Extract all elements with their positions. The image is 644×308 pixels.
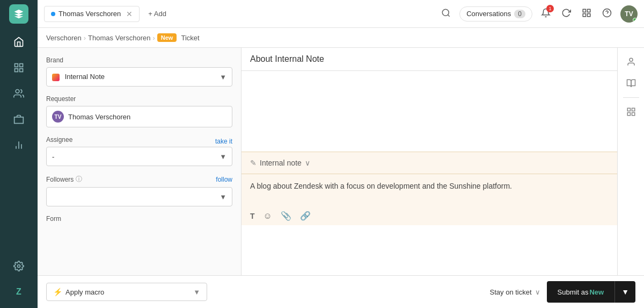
internal-note-area: ✎ Internal note ∨ A blog about Zendesk w… bbox=[241, 152, 617, 225]
form-field-group: Form bbox=[46, 215, 232, 223]
note-chevron-icon: ∨ bbox=[305, 159, 310, 167]
svg-rect-15 bbox=[588, 14, 590, 17]
notifications-button[interactable]: 1 bbox=[539, 6, 553, 22]
followers-chevron-icon: ▼ bbox=[219, 193, 226, 201]
svg-rect-13 bbox=[588, 9, 590, 12]
sidebar-item-reports[interactable] bbox=[7, 133, 31, 157]
assignee-select-value: - bbox=[52, 153, 54, 161]
breadcrumb-sep-1: › bbox=[84, 34, 86, 42]
submit-label: Submit as bbox=[558, 288, 589, 296]
bottom-bar: ⚡ Apply macro ▼ Stay on ticket ∨ Submit … bbox=[38, 275, 644, 308]
ticket-subject-input[interactable] bbox=[250, 54, 609, 64]
assignee-field-row: Assignee take it bbox=[46, 136, 232, 147]
far-right-divider bbox=[623, 97, 639, 98]
macro-left: ⚡ Apply macro bbox=[53, 288, 104, 296]
macro-label: Apply macro bbox=[65, 288, 104, 296]
breadcrumb-sep-2: › bbox=[152, 34, 155, 42]
brand-field-group: Brand Internal Note ▼ bbox=[46, 56, 232, 87]
sidebar-item-organizations[interactable] bbox=[7, 108, 31, 131]
followers-select[interactable]: ▼ bbox=[46, 187, 232, 206]
submit-button[interactable]: Submit as New bbox=[547, 281, 615, 303]
brand-select[interactable]: Internal Note ▼ bbox=[46, 67, 232, 87]
breadcrumb-item-2[interactable]: Thomas Verschoren bbox=[88, 34, 150, 42]
main-content: Thomas Verschoren ✕ + Add Conversations … bbox=[38, 0, 644, 308]
user-avatar[interactable]: TV bbox=[620, 5, 638, 23]
conversations-button[interactable]: Conversations 0 bbox=[459, 6, 532, 22]
brand-chevron-icon: ▼ bbox=[219, 73, 226, 81]
internal-note-label: Internal note bbox=[260, 159, 302, 167]
svg-rect-3 bbox=[20, 69, 23, 72]
sidebar-item-contacts[interactable] bbox=[7, 82, 31, 105]
svg-rect-19 bbox=[627, 108, 630, 111]
brand-flame-icon bbox=[52, 74, 60, 81]
emoji-button[interactable]: ☺ bbox=[264, 211, 272, 221]
ticket-subject-area bbox=[241, 48, 617, 71]
user-profile-button[interactable] bbox=[621, 52, 641, 71]
sidebar-item-settings[interactable] bbox=[7, 254, 31, 278]
help-button[interactable] bbox=[600, 6, 614, 22]
internal-note-content[interactable]: A blog about Zendesk with a focus on dev… bbox=[241, 174, 617, 206]
sidebar-item-home[interactable] bbox=[7, 30, 31, 54]
assignee-field-group: Assignee take it - ▼ bbox=[46, 136, 232, 166]
macro-lightning-icon: ⚡ bbox=[53, 288, 62, 296]
requester-field[interactable]: TV Thomas Verschoren bbox=[46, 106, 232, 127]
sidebar-item-zendesk[interactable]: Z bbox=[7, 280, 31, 304]
search-button[interactable] bbox=[439, 6, 453, 22]
breadcrumb-item-1[interactable]: Verschoren bbox=[46, 34, 82, 42]
refresh-button[interactable] bbox=[559, 6, 573, 22]
svg-point-18 bbox=[630, 58, 633, 61]
breadcrumb-badge: New bbox=[157, 33, 177, 42]
svg-point-10 bbox=[442, 9, 449, 16]
link-button[interactable]: 🔗 bbox=[300, 211, 311, 221]
brand-select-value: Internal Note bbox=[65, 73, 105, 81]
svg-rect-2 bbox=[15, 69, 18, 72]
svg-rect-14 bbox=[583, 14, 586, 17]
stay-on-ticket-chevron: ∨ bbox=[535, 288, 540, 296]
assignee-select-wrapper: - ▼ bbox=[46, 147, 232, 166]
sidebar-item-tickets[interactable] bbox=[7, 56, 31, 80]
empty-content-area bbox=[241, 71, 617, 152]
knowledge-base-button[interactable] bbox=[621, 74, 641, 93]
apply-macro-button[interactable]: ⚡ Apply macro ▼ bbox=[46, 283, 207, 301]
text-format-button[interactable]: T bbox=[250, 212, 255, 220]
requester-label: Requester bbox=[46, 95, 232, 103]
submit-new-label: New bbox=[589, 288, 604, 296]
tab-label: Thomas Verschoren bbox=[58, 10, 121, 18]
sidebar-logo[interactable] bbox=[9, 4, 28, 24]
svg-point-9 bbox=[18, 265, 20, 268]
followers-select-wrapper: ▼ bbox=[46, 187, 232, 206]
conversations-label: Conversations bbox=[466, 10, 511, 18]
add-button[interactable]: + Add bbox=[144, 8, 171, 20]
far-right-panel bbox=[617, 48, 644, 275]
brand-select-wrapper: Internal Note ▼ bbox=[46, 67, 232, 87]
take-it-link[interactable]: take it bbox=[215, 138, 232, 145]
topbar-right: Conversations 0 1 bbox=[439, 5, 638, 23]
tab-close-icon[interactable]: ✕ bbox=[126, 10, 133, 18]
sidebar: Z bbox=[0, 0, 38, 308]
stay-on-ticket-button[interactable]: Stay on ticket ∨ bbox=[484, 284, 547, 300]
breadcrumb-item-3: Ticket bbox=[181, 34, 199, 42]
conversations-count: 0 bbox=[514, 10, 525, 18]
active-tab[interactable]: Thomas Verschoren ✕ bbox=[44, 6, 140, 22]
requester-field-group: Requester TV Thomas Verschoren bbox=[46, 95, 232, 127]
svg-rect-22 bbox=[632, 113, 634, 116]
grid-button[interactable] bbox=[580, 6, 594, 22]
assignee-label: Assignee bbox=[46, 136, 72, 144]
submit-dropdown-button[interactable]: ▼ bbox=[615, 281, 635, 303]
attach-button[interactable]: 📎 bbox=[281, 211, 291, 221]
brand-select-icon: Internal Note bbox=[52, 73, 105, 81]
follow-link[interactable]: follow bbox=[216, 176, 232, 183]
tab-dot bbox=[51, 12, 55, 16]
followers-label: Followers bbox=[46, 176, 74, 183]
followers-field-group: Followers ⓘ follow ▼ bbox=[46, 175, 232, 206]
followers-info-icon[interactable]: ⓘ bbox=[76, 175, 82, 184]
svg-rect-21 bbox=[627, 113, 630, 116]
svg-point-4 bbox=[16, 90, 19, 94]
assignee-chevron-icon: ▼ bbox=[219, 153, 226, 161]
note-edit-icon: ✎ bbox=[250, 159, 257, 167]
assignee-select[interactable]: - ▼ bbox=[46, 147, 232, 166]
bottom-right: Stay on ticket ∨ Submit as New ▼ bbox=[484, 281, 635, 303]
apps-button[interactable] bbox=[621, 102, 641, 121]
topbar: Thomas Verschoren ✕ + Add Conversations … bbox=[38, 0, 644, 28]
internal-note-header[interactable]: ✎ Internal note ∨ bbox=[241, 152, 617, 174]
